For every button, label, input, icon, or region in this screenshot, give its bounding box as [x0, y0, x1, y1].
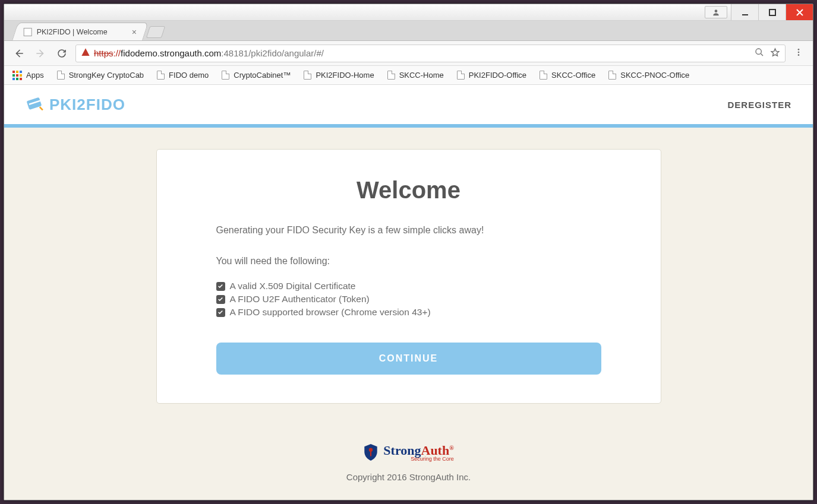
bookmark-item[interactable]: SKCC-Office	[540, 71, 595, 80]
svg-point-5	[798, 51, 800, 53]
svg-point-3	[756, 49, 761, 54]
tab-title: PKI2FIDO | Welcome	[37, 28, 108, 36]
back-button[interactable]	[11, 46, 27, 61]
apps-launcher[interactable]: Apps	[12, 71, 44, 80]
file-icon	[457, 71, 465, 80]
chrome-user-button[interactable]	[705, 6, 727, 18]
maximize-icon	[769, 9, 776, 16]
list-item: A FIDO supported browser (Chrome version…	[216, 306, 601, 319]
bookmark-item[interactable]: PKI2FIDO-Home	[304, 71, 374, 80]
bookmark-star-button[interactable]	[770, 47, 780, 59]
page-title: Welcome	[216, 177, 601, 204]
reload-button[interactable]	[54, 46, 70, 61]
app-logo-text: PKI2FIDO	[49, 96, 125, 114]
main-area: Welcome Generating your FIDO Security Ke…	[4, 128, 813, 432]
card-swipe-icon	[26, 96, 46, 113]
svg-point-6	[798, 54, 800, 56]
file-icon	[304, 71, 311, 80]
forward-button[interactable]	[33, 46, 48, 61]
bookmark-item[interactable]: FIDO demo	[157, 71, 209, 80]
page-footer: StrongAuth® Securing the Core Copyright …	[4, 432, 813, 488]
requirements-list: A valid X.509 Digital Certificate A FIDO…	[216, 280, 601, 319]
copyright-text: Copyright 2016 StrongAuth Inc.	[4, 472, 813, 482]
file-icon	[540, 71, 547, 80]
svg-point-4	[798, 49, 800, 50]
zoom-icon[interactable]	[755, 47, 764, 59]
file-icon	[157, 71, 165, 80]
arrow-left-icon	[14, 48, 24, 59]
file-icon	[222, 71, 229, 80]
apps-label: Apps	[26, 71, 44, 80]
bookmark-item[interactable]: SKCC-Home	[387, 71, 444, 80]
file-icon	[57, 71, 65, 80]
svg-rect-1	[742, 14, 748, 15]
window-maximize-button[interactable]	[758, 4, 786, 20]
tab-strip: PKI2FIDO | Welcome ×	[4, 21, 813, 41]
lead-text: Generating your FIDO Security Key is a f…	[216, 225, 601, 236]
check-icon	[216, 308, 225, 317]
bookmark-item[interactable]: StrongKey CryptoCab	[57, 71, 144, 80]
welcome-card: Welcome Generating your FIDO Security Ke…	[156, 149, 661, 404]
bookmark-item[interactable]: SKCC-PNOC-Office	[608, 71, 689, 80]
bookmark-item[interactable]: PKI2FIDO-Office	[457, 71, 526, 80]
browser-toolbar: https://fidodemo.strongauth.com:48181/pk…	[4, 41, 813, 66]
app-logo[interactable]: PKI2FIDO	[26, 96, 125, 114]
insecure-warning-icon	[81, 47, 90, 59]
requirements-heading: You will need the following:	[216, 256, 601, 267]
apps-grid-icon	[12, 71, 22, 80]
list-item: A valid X.509 Digital Certificate	[216, 280, 601, 293]
continue-button[interactable]: CONTINUE	[216, 343, 601, 375]
arrow-right-icon	[35, 48, 46, 59]
file-icon	[608, 71, 616, 80]
window-close-button[interactable]	[786, 4, 813, 20]
svg-point-0	[715, 9, 718, 12]
list-item: A FIDO U2F Authenticator (Token)	[216, 293, 601, 306]
browser-menu-button[interactable]	[791, 47, 806, 59]
tab-favicon-icon	[24, 28, 32, 36]
app-header: PKI2FIDO DEREGISTER	[4, 85, 813, 124]
address-bar[interactable]: https://fidodemo.strongauth.com:48181/pk…	[75, 45, 786, 62]
minimize-icon	[742, 9, 749, 16]
file-icon	[387, 71, 395, 80]
svg-rect-7	[27, 97, 42, 110]
window-titlebar	[4, 4, 813, 21]
reload-icon	[56, 48, 67, 59]
page-viewport[interactable]: PKI2FIDO DEREGISTER Welcome Generating y…	[4, 85, 813, 500]
browser-window: PKI2FIDO | Welcome × https://fidodemo.st…	[4, 4, 813, 500]
check-icon	[216, 282, 225, 291]
window-minimize-button[interactable]	[731, 4, 758, 20]
shield-icon	[363, 443, 378, 461]
svg-rect-2	[769, 9, 775, 15]
user-icon	[712, 8, 720, 17]
check-icon	[216, 295, 225, 304]
url-text: https://fidodemo.strongauth.com:48181/pk…	[94, 48, 324, 58]
kebab-menu-icon	[794, 47, 803, 57]
new-tab-button[interactable]	[146, 26, 165, 38]
deregister-link[interactable]: DEREGISTER	[727, 100, 791, 110]
browser-tab[interactable]: PKI2FIDO | Welcome ×	[12, 23, 149, 40]
strongauth-logo[interactable]: StrongAuth® Securing the Core	[363, 443, 453, 462]
svg-rect-10	[370, 451, 371, 457]
bookmarks-bar: Apps StrongKey CryptoCab FIDO demo Crypt…	[4, 66, 813, 85]
close-icon	[796, 9, 803, 16]
bookmark-item[interactable]: CryptoCabinet™	[222, 71, 291, 80]
tab-close-button[interactable]: ×	[132, 27, 137, 37]
